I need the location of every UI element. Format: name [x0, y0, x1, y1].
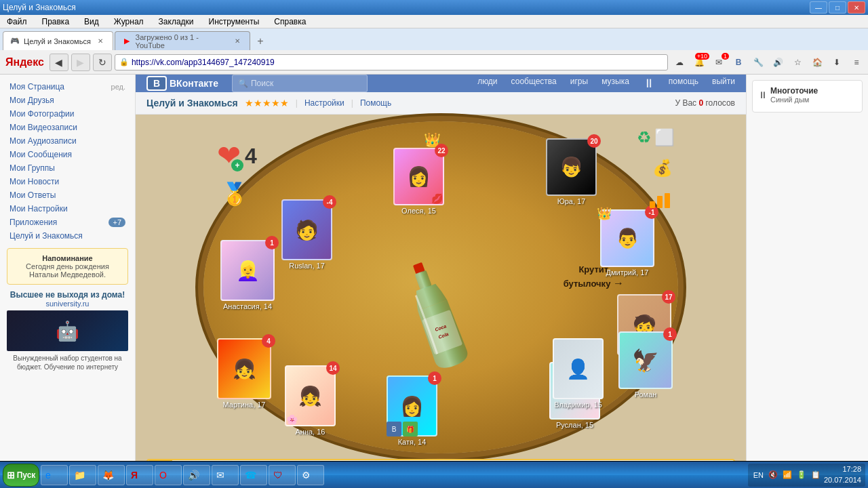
anna-badge: 14 — [326, 361, 340, 375]
notifications-btn[interactable]: 🔔+10 — [690, 54, 708, 70]
menu-help[interactable]: Справка — [270, 16, 310, 28]
menu-journal[interactable]: Журнал — [110, 16, 148, 28]
weather-btn[interactable]: ☁ — [671, 54, 688, 70]
sidebar-item-news[interactable]: Мои Новости — [0, 175, 135, 188]
forward-button[interactable]: ▶ — [71, 54, 90, 71]
votes-count: 0 — [698, 98, 703, 108]
taskbar-yandex[interactable]: Я — [126, 465, 153, 485]
taskbar-mail[interactable]: ✉ — [212, 465, 239, 485]
yura-badge: 20 — [587, 134, 601, 148]
vk-nav-help[interactable]: помощь — [669, 77, 698, 91]
tray-network[interactable]: 📶 — [781, 470, 793, 479]
app-settings-link[interactable]: Настройки — [304, 98, 344, 108]
taskbar-skype[interactable]: ☎ — [240, 465, 267, 485]
player-card-vladimir[interactable]: 👤 Владимир, 15 — [553, 338, 604, 409]
sidebar-item-photos[interactable]: Мои Фотографии — [0, 107, 135, 121]
sidebar-item-mypage[interactable]: Моя Страница ред. — [0, 80, 135, 94]
taskbar-ie[interactable]: e — [41, 465, 68, 485]
new-tab-button[interactable]: + — [252, 33, 269, 50]
vk-search-placeholder: Поиск — [251, 79, 273, 88]
taskbar-firefox[interactable]: 🦊 — [98, 465, 125, 485]
sidebar-edit[interactable]: ред. — [111, 83, 125, 91]
player-card-olesya[interactable]: 👑 👩 22 💋 Олеся, 15 — [393, 131, 444, 215]
vk-nav-communities[interactable]: сообщества — [511, 77, 557, 91]
tray-sound[interactable]: 🔇 — [767, 470, 779, 479]
sidebar-item-apps[interactable]: Приложения +7 — [0, 216, 135, 229]
heart-icon: ❤ + — [217, 142, 241, 170]
tab-label-kiss: Целуй и Знакомься — [24, 37, 91, 45]
vk-nav-games[interactable]: игры — [570, 77, 588, 91]
star-btn[interactable]: ☆ — [789, 54, 806, 70]
menu-bookmarks[interactable]: Закладки — [155, 16, 198, 28]
tray-action-center[interactable]: 📋 — [810, 470, 822, 479]
taskbar-settings[interactable]: ⚙ — [297, 465, 324, 485]
refresh-game-icon[interactable]: ♻ — [637, 128, 652, 147]
sidebar-photos-label: Мои Фотографии — [9, 109, 74, 119]
home-btn[interactable]: 🏠 — [808, 54, 826, 70]
menu-file[interactable]: Файл — [3, 16, 31, 28]
sidebar-item-settings[interactable]: Мои Настройки — [0, 202, 135, 216]
download-btn[interactable]: ⬇ — [828, 54, 846, 70]
taskbar-opera[interactable]: O — [155, 465, 182, 485]
nav-actions: ☁ 🔔+10 ✉1 В 🔧 🔊 ☆ 🏠 ⬇ ≡ — [671, 54, 865, 70]
menu-tools[interactable]: Инструменты — [205, 16, 264, 28]
sound-btn[interactable]: 🔊 — [769, 54, 787, 70]
messages-btn[interactable]: ✉1 — [710, 54, 728, 70]
badge-medal-icon: 🥇 — [221, 181, 248, 207]
sidebar-item-answers[interactable]: Мои Ответы — [0, 188, 135, 202]
vk-btn[interactable]: В — [730, 54, 747, 70]
player-card-roman[interactable]: 🦅 1 Роман — [618, 331, 673, 399]
vk-nav-music[interactable]: музыка — [601, 77, 629, 91]
sidebar-item-videos[interactable]: Мои Видеозаписи — [0, 121, 135, 134]
heart-plus-icon[interactable]: + — [231, 159, 243, 171]
tray-battery[interactable]: 🔋 — [795, 470, 808, 479]
vk-nav-people[interactable]: люди — [477, 77, 497, 91]
music-pause-btn[interactable]: ⏸ — [643, 77, 655, 91]
taskbar-media[interactable]: 🔊 — [183, 465, 210, 485]
player-card-martina[interactable]: 👧 4 Мартина, 17 — [217, 338, 271, 409]
player-card-ruslan[interactable]: 🧑 -4 Ruslan, 17 — [281, 199, 332, 270]
game-area: ❤ + 4 🥇 👑 👩 22 — [136, 115, 746, 461]
player-card-anna[interactable]: 👧 14 🌸 Анна, 16 — [285, 365, 336, 436]
player-card-anastasia[interactable]: 👱‍♀️ 1 Анастасия, 14 — [220, 240, 275, 310]
vladimir-photo-wrapper: 👤 — [553, 338, 604, 399]
menu-burger[interactable]: ≡ — [848, 54, 865, 70]
player-card-katya[interactable]: 👩 1 В 🎁 Катя, 14 — [387, 375, 437, 446]
start-button[interactable]: ⊞ Пуск — [3, 464, 39, 487]
app-help-link[interactable]: Помощь — [360, 98, 391, 108]
tab-close-youtube[interactable]: ✕ — [232, 36, 243, 47]
promo-url[interactable]: suniversity.ru — [7, 300, 128, 308]
lip-icon: 💋 — [431, 193, 443, 204]
player-card-yura[interactable]: 👦 20 Юра, 17 — [546, 138, 597, 205]
game-oval-wrapper: ❤ + 4 🥇 👑 👩 22 — [203, 121, 678, 453]
address-bar[interactable]: 🔒 — [115, 54, 668, 70]
refresh-button[interactable]: ↻ — [93, 54, 112, 71]
sidebar-item-friends[interactable]: Мои Друзья — [0, 94, 135, 107]
tab-kiss[interactable]: 🎮 Целуй и Знакомься ✕ — [3, 31, 113, 50]
ie-icon: e — [45, 470, 51, 481]
address-input[interactable] — [132, 58, 663, 67]
right-sidebar: ⏸ Многоточие Синий дым — [746, 75, 868, 461]
close-button[interactable]: ✕ — [848, 1, 865, 14]
menu-view[interactable]: Вид — [80, 16, 103, 28]
sidebar-item-groups[interactable]: Мои Группы — [0, 161, 135, 175]
tab-youtube[interactable]: ▶ Загружено 0 из 1 - YouTube ✕ — [115, 31, 250, 50]
tab-close-kiss[interactable]: ✕ — [95, 36, 106, 47]
sidebar-item-messages[interactable]: Мои Сообщения — [0, 148, 135, 161]
maximize-button[interactable]: □ — [829, 1, 846, 14]
addon-btn[interactable]: 🔧 — [749, 54, 767, 70]
taskbar-explorer[interactable]: 📁 — [69, 465, 96, 485]
taskbar-antivirus[interactable]: 🛡 — [269, 465, 296, 485]
frame-icon[interactable]: ⬜ — [654, 128, 675, 147]
back-button[interactable]: ◀ — [50, 54, 68, 71]
vk-search[interactable]: 🔍 Поиск — [232, 75, 368, 92]
ad-text-block: Многоточие Синий дым — [770, 86, 818, 104]
minimize-button[interactable]: — — [810, 1, 827, 14]
ad-header: ⏸ Многоточие Синий дым — [758, 86, 856, 104]
spin-text: Крутитбутылочку → — [564, 264, 624, 291]
menu-edit[interactable]: Правка — [38, 16, 74, 28]
sidebar-item-kiss[interactable]: Целуй и Знакомься — [0, 229, 135, 243]
tray-lang[interactable]: EN — [752, 471, 765, 479]
vk-nav-logout[interactable]: выйти — [712, 77, 735, 91]
sidebar-item-audio[interactable]: Мои Аудиозаписи — [0, 134, 135, 148]
